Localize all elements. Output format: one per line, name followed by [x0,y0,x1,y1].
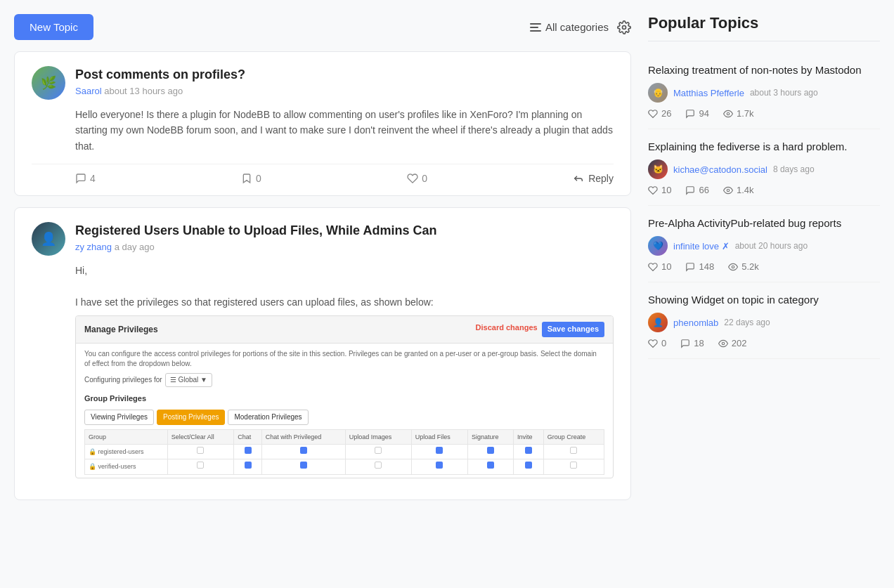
stat-views-value: 1.4k [737,185,754,195]
col-group-create: Group Create [543,429,604,444]
settings-icon[interactable] [617,20,631,34]
topic-card: 🌿 Post comments on profiles? Saarol abou… [14,51,631,196]
stat-comments-value: 94 [699,108,708,119]
comment-icon [685,185,695,195]
stat-views: 5.2k [728,261,759,272]
bookmark-icon [241,173,252,184]
checkbox-checked [245,462,252,469]
svg-point-2 [727,189,730,192]
row-upload-files [411,444,467,459]
topic-actions: 4 0 0 [32,164,614,184]
like-count[interactable]: 0 [407,173,427,184]
popular-stats: 26 94 1.7k [648,108,880,119]
col-upload-files: Upload Files [411,429,467,444]
popular-author[interactable]: phenomlab [673,318,718,328]
popular-author[interactable]: kichae@catodon.social [673,164,767,175]
popular-time: about 20 hours ago [735,241,808,251]
popular-topic-item: Explaining the fediverse is a hard probl… [648,129,880,206]
privileges-table: Group Select/Clear All Chat Chat with Pr… [84,429,604,475]
popular-avatar: 👤 [648,313,668,332]
topic-body-text: Hello everyone! Is there a plugin for No… [75,109,613,152]
categories-label: All categories [545,21,609,33]
checkbox [570,447,577,454]
stat-views-value: 1.7k [737,108,754,119]
checkbox [197,462,204,469]
row-group-create [543,444,604,459]
topic-title[interactable]: Registered Users Unable to Upload Files,… [75,222,614,239]
row-chat [234,459,261,474]
popular-topic-title[interactable]: Showing Widget on topic in category [648,292,880,307]
row-invite [514,459,544,474]
topic-author-line: Saarol about 13 hours ago [75,86,614,96]
bookmark-count-value: 0 [256,173,261,184]
row-chat-priv [261,459,345,474]
topic-author-line: zy zhang a day ago [75,242,614,252]
eye-icon [723,109,733,119]
comment-icon [680,339,690,348]
popular-topic-meta: 💙 infinite love ✗ about 20 hours ago [648,236,880,256]
topic-title[interactable]: Post comments on profiles? [75,66,614,83]
eye-icon [718,339,728,348]
stat-views-value: 202 [732,338,747,348]
like-count-value: 0 [422,173,427,184]
popular-time: 8 days ago [773,164,815,174]
stat-comments: 148 [685,261,714,272]
stat-likes: 10 [648,185,671,195]
popular-topic-title[interactable]: Explaining the fediverse is a hard probl… [648,139,880,154]
group-priv-label: Group Privileges [84,393,604,405]
row-chat-priv [261,444,345,459]
popular-topic-item: Relaxing treatment of non-notes by Masto… [648,53,880,129]
stat-likes-value: 10 [661,261,671,272]
stat-views: 1.4k [723,185,754,195]
stat-likes-value: 26 [661,108,671,119]
stat-likes: 10 [648,261,671,272]
checkbox-checked [436,447,443,454]
checkbox-checked [525,462,532,469]
popular-topic-item: Pre-Alpha ActivityPub-related bug report… [648,206,880,282]
table-row: 🔒 registered-users [85,444,604,459]
topic-body: Hi, I have set the privileges so that re… [32,263,614,478]
row-chat [234,444,261,459]
stat-comments-value: 66 [699,185,708,195]
popular-topic-title[interactable]: Pre-Alpha ActivityPub-related bug report… [648,216,880,230]
reply-button[interactable]: Reply [573,173,614,184]
stat-views: 1.7k [723,108,754,119]
categories-filter[interactable]: All categories [530,21,609,33]
sidebar: Popular Topics Relaxing treatment of non… [648,14,880,511]
topic-card: 👤 Registered Users Unable to Upload File… [14,207,631,500]
screenshot-buttons: Discard changes Save changes [476,322,604,337]
new-topic-button[interactable]: New Topic [14,14,93,40]
heart-icon [407,173,418,184]
comment-count[interactable]: 4 [75,173,96,184]
tab-viewing: Viewing Privileges [84,410,154,425]
comment-icon [75,173,86,184]
row-upload-img [345,444,411,459]
screenshot-header: Manage Privileges Discard changes Save c… [76,316,613,344]
heart-icon [648,109,658,119]
eye-icon [723,185,733,195]
row-upload-img [345,459,411,474]
bookmark-count[interactable]: 0 [241,173,261,184]
col-chat-priv: Chat with Privileged [261,429,345,444]
topic-author-link[interactable]: Saarol [75,86,102,96]
popular-avatar: 💙 [648,236,668,256]
save-btn: Save changes [542,322,604,337]
popular-topic-title[interactable]: Relaxing treatment of non-notes by Masto… [648,63,880,77]
stat-comments-value: 148 [699,261,714,272]
row-name: 🔒 registered-users [85,444,168,459]
comment-icon [685,109,695,119]
toolbar-right: All categories [530,20,631,34]
popular-author[interactable]: Matthias Pfefferle [673,88,744,98]
screenshot-config: Configuring privileges for ☰ Global ▼ [84,373,604,387]
topic-meta: Registered Users Unable to Upload Files,… [75,222,614,252]
svg-point-4 [722,342,725,345]
avatar: 🌿 [32,66,65,100]
popular-topic-meta: 🐱 kichae@catodon.social 8 days ago [648,159,880,179]
stat-likes: 26 [648,108,671,119]
topic-author-link[interactable]: zy zhang [75,242,112,252]
popular-time: 22 days ago [724,318,770,327]
reply-label: Reply [588,173,614,184]
col-chat: Chat [234,429,261,444]
row-signature [467,459,513,474]
popular-author[interactable]: infinite love ✗ [673,241,730,251]
